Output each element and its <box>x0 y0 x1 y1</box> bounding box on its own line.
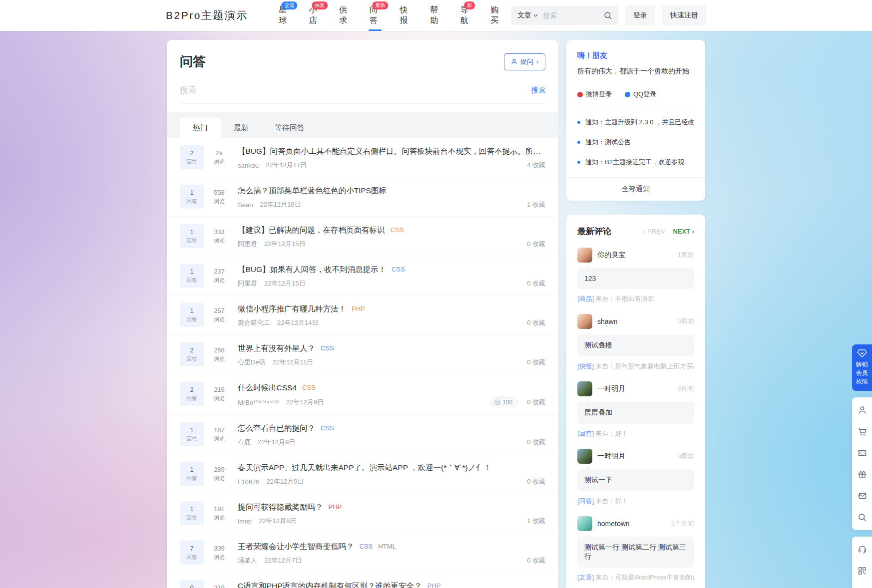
next-button[interactable]: NEXT › <box>673 228 694 235</box>
question-title[interactable]: 微信小程序推广有哪几种方法！ <box>238 303 346 314</box>
register-button[interactable]: 快速注册 <box>662 5 706 25</box>
question-author[interactable]: 聚合猫化工 <box>238 318 270 327</box>
question-tag[interactable]: HTML <box>378 541 396 552</box>
qa-tab[interactable]: 等待回答 <box>262 118 318 138</box>
nav-item[interactable]: 供求 <box>330 0 360 31</box>
question-title[interactable]: 【BUG】如果有人回答，收不到消息提示！ <box>238 264 386 275</box>
comment-text[interactable]: 测试一下 <box>577 469 694 491</box>
social-login-button[interactable]: QQ登录 <box>625 90 656 99</box>
social-login-button[interactable]: 微博登录 <box>577 90 612 99</box>
question-row[interactable]: 0 回答 219 浏览 C语言和PHP语言的内存机制有何区别？谁的更安全？ PH… <box>167 573 558 588</box>
question-title[interactable]: 【建议】已解决的问题，在存档页面有标识 <box>238 224 385 236</box>
question-author[interactable]: imrei <box>238 518 252 525</box>
question-title[interactable]: 春天演示APP、过几天就出来APP了。演示站APP ，欢迎一(*｀∀´*)ノ亻！ <box>238 462 491 473</box>
question-author[interactable]: 阿里君 <box>238 240 257 249</box>
question-title[interactable]: 王者荣耀会让小学生智商变低吗？ <box>238 541 354 552</box>
question-author[interactable]: L10676 <box>238 478 259 486</box>
prev-button[interactable]: ‹ PREV <box>643 228 665 235</box>
question-title[interactable]: 【BUG】问答页面小工具不能自定义右侧栏目。问答板块前台不现实，回答不提示。所… <box>238 145 541 157</box>
question-author[interactable]: sankou <box>238 162 259 169</box>
question-title[interactable]: 怎么查看自已的提问？ <box>238 422 315 434</box>
question-tag[interactable]: CSS <box>391 224 404 236</box>
nav-item[interactable]: 购买 <box>481 0 511 31</box>
notice-item[interactable]: 通知：B2主题接近完工，欢迎参观 <box>577 152 694 172</box>
comment-author[interactable]: shawn <box>597 317 617 325</box>
question-title[interactable]: 世界上有没有外星人？ <box>238 342 315 354</box>
comment-author[interactable]: 你的臭宝 <box>597 251 625 260</box>
all-notices-link[interactable]: 全部通知 <box>566 177 705 201</box>
mail-icon[interactable] <box>852 485 872 507</box>
question-tag[interactable]: PHP <box>428 580 441 588</box>
question-row[interactable]: 1 回答 333 浏览 【建议】已解决的问题，在存档页面有标识 CSS <box>167 217 558 256</box>
question-row[interactable]: 2 回答 258 浏览 世界上有没有外星人？ CSS <box>167 335 558 374</box>
question-author[interactable]: 满某人 <box>238 556 257 565</box>
headset-icon[interactable] <box>852 539 872 560</box>
qrcode-icon[interactable] <box>852 560 872 582</box>
unlock-vip-button[interactable]: 解锁 会员 权限 <box>852 344 872 391</box>
question-title[interactable]: C语言和PHP语言的内存机制有何区别？谁的更安全？ <box>238 580 422 588</box>
question-author[interactable]: MrBo¹²³⁵³¹⁴⁵⁶³¹ <box>238 399 279 406</box>
question-tag[interactable]: PHP <box>352 303 365 314</box>
comment-source[interactable]: [快报]来自：新年新气象新电脑上班才买AM… <box>577 362 694 371</box>
comment-source[interactable]: [回答]来自：好！ <box>577 429 694 438</box>
question-row[interactable]: 1 回答 289 浏览 春天演示APP、过几天就出来APP了。演示站APP ，欢… <box>167 454 558 494</box>
question-tag[interactable]: CSS <box>392 264 405 275</box>
notice-item[interactable]: 通知：测试公告 <box>577 132 694 152</box>
comment-author[interactable]: 一时明月 <box>597 452 625 461</box>
qa-search-button[interactable]: 搜索 <box>531 86 545 95</box>
question-tag[interactable]: CSS <box>360 541 373 552</box>
question-row[interactable]: 2 回答 2k 浏览 【BUG】问答页面小工具不能自定义右侧栏目。问答板块前台不… <box>167 138 558 177</box>
question-author[interactable]: 心里De话 <box>238 358 266 367</box>
gift-icon[interactable] <box>852 464 872 485</box>
login-button[interactable]: 登录 <box>625 5 655 25</box>
nav-item[interactable]: 问答 最新 <box>360 0 391 31</box>
qa-tabs: 热门 最新 等待回答 <box>167 112 558 138</box>
qa-tab[interactable]: 最新 <box>221 118 262 138</box>
nav-item[interactable]: 小店 抽奖 <box>300 0 330 31</box>
comment-source[interactable]: [回答]来自：好！ <box>577 497 694 506</box>
comment-source[interactable]: [商品]来自：卡密出售演示 <box>577 294 694 303</box>
question-row[interactable]: 1 回答 257 浏览 微信小程序推广有哪几种方法！ PHP <box>167 295 558 335</box>
comment-text[interactable]: 测试叠楼 <box>577 334 694 356</box>
question-author[interactable]: Sean <box>238 201 253 209</box>
question-row[interactable]: 1 回答 237 浏览 【BUG】如果有人回答，收不到消息提示！ CSS <box>167 256 558 295</box>
question-tag[interactable]: CSS <box>321 342 334 354</box>
question-row[interactable]: 1 回答 191 浏览 提问可获得隐藏奖励吗？ PHP <box>167 494 558 533</box>
comment-author[interactable]: hometown <box>597 520 630 528</box>
ticket-icon[interactable] <box>852 442 872 464</box>
question-title[interactable]: 怎么搞？顶部菜单栏蓝色红色的小TIPS图标 <box>238 185 387 196</box>
comment-text[interactable]: 层层叠加 <box>577 402 694 424</box>
question-author[interactable]: 有鹿 <box>238 438 251 447</box>
user-icon[interactable] <box>852 399 872 421</box>
question-row[interactable]: 1 回答 187 浏览 怎么查看自已的提问？ CSS <box>167 415 558 454</box>
question-row[interactable]: 7 回答 309 浏览 王者荣耀会让小学生智商变低吗？ CSS <box>167 533 558 573</box>
question-title[interactable]: 提问可获得隐藏奖励吗？ <box>238 501 323 513</box>
question-tag[interactable]: PHP <box>329 501 342 513</box>
site-logo[interactable]: B2Pro主题演示 <box>166 8 248 22</box>
qa-tab[interactable]: 热门 <box>180 118 221 138</box>
comment-text[interactable]: 测试第一行 测试第二行 测试第三行 <box>577 537 694 568</box>
pin-icon[interactable] <box>852 582 872 588</box>
comment-source[interactable]: [文章]来自：可能是WordPress中首创的自… <box>577 573 694 582</box>
search-category-dropdown[interactable]: 文章 <box>517 11 538 20</box>
nav-item[interactable]: 导航 新 <box>451 0 481 31</box>
comment-author[interactable]: 一时明月 <box>597 384 625 393</box>
ask-question-button[interactable]: 提问 › <box>504 53 545 70</box>
question-row[interactable]: 1 回答 558 浏览 怎么搞？顶部菜单栏蓝色红色的小TIPS图标 Sean <box>167 177 558 217</box>
question-date: 22年12月17日 <box>266 161 307 170</box>
question-tag[interactable]: CSS <box>302 382 316 393</box>
cart-icon[interactable] <box>852 421 872 442</box>
question-tag[interactable]: CSS <box>321 422 334 434</box>
nav-item[interactable]: 星球 交流 <box>269 0 300 31</box>
nav-item[interactable]: 快报 <box>390 0 421 31</box>
qa-search-input[interactable] <box>180 85 531 95</box>
question-author[interactable]: 阿里君 <box>238 279 257 288</box>
nav-item[interactable]: 帮助 <box>421 0 451 31</box>
notice-item[interactable]: 通知：主题升级到 2.3.0 ，并且已经改… <box>577 112 694 132</box>
question-row[interactable]: 2 回答 216 浏览 什么时候出CSS4 CSS <box>167 374 558 415</box>
search-icon[interactable] <box>852 507 872 528</box>
search-icon[interactable] <box>604 11 612 20</box>
comment-text[interactable]: 123 <box>577 268 694 289</box>
navbar-search-input[interactable] <box>543 11 604 19</box>
question-title[interactable]: 什么时候出CSS4 <box>238 382 297 393</box>
